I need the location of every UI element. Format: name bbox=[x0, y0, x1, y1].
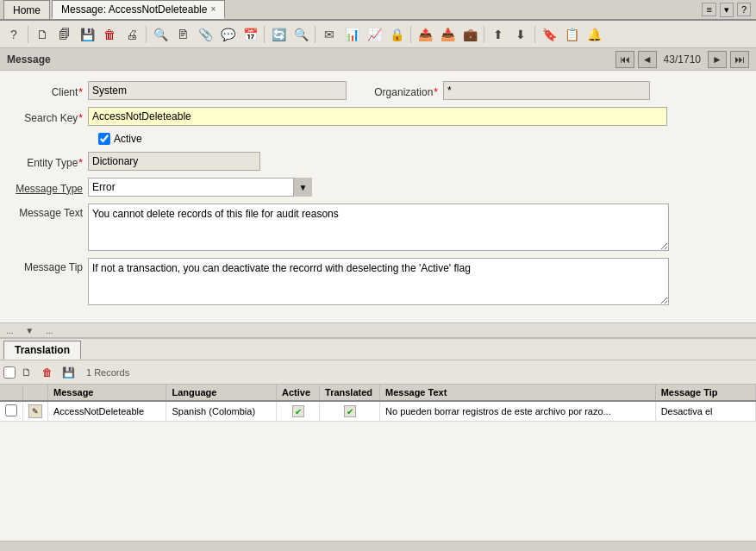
org-group: Organization bbox=[360, 81, 650, 100]
bottom-scrollbar[interactable] bbox=[0, 541, 756, 551]
toolbar-sep-2 bbox=[146, 26, 147, 43]
workflow-button[interactable]: 💼 bbox=[459, 24, 480, 45]
tab-menu-button[interactable]: ≡ bbox=[702, 3, 715, 16]
search-key-group: Search Key bbox=[14, 107, 667, 126]
splitter-mid-btn[interactable]: ▼ bbox=[22, 326, 36, 335]
main-container: Message ⏮ ◄ 43/1710 ► ⏭ Client Organizat… bbox=[0, 48, 756, 551]
search-key-input[interactable] bbox=[88, 107, 667, 126]
col-active-header[interactable]: Active bbox=[277, 385, 320, 401]
tab-controls: ≡ ▾ ? bbox=[702, 0, 756, 19]
message-text-row: Message Text You cannot delete records o… bbox=[14, 203, 742, 251]
search-key-row: Search Key bbox=[14, 107, 742, 126]
search-key-label: Search Key bbox=[14, 110, 83, 124]
grid-body: ✎ AccessNotDeleteable Spanish (Colombia)… bbox=[0, 401, 756, 422]
grid-delete-btn[interactable]: 🗑 bbox=[38, 364, 57, 381]
request-button[interactable]: ✉ bbox=[319, 24, 340, 45]
client-org-row: Client Organization bbox=[14, 81, 742, 100]
client-label: Client bbox=[14, 84, 83, 98]
col-msgtip-header[interactable]: Message Tip bbox=[655, 385, 755, 401]
message-type-label[interactable]: Message Type bbox=[14, 180, 83, 195]
tab-help-button[interactable]: ? bbox=[737, 3, 751, 16]
grid-header: Message Language Active Translated Messa… bbox=[0, 385, 756, 401]
entity-type-input[interactable] bbox=[88, 152, 260, 171]
grid-container: Message Language Active Translated Messa… bbox=[0, 385, 756, 422]
zoom-button[interactable]: 🔍 bbox=[291, 24, 311, 45]
grid-new-btn[interactable]: 🗋 bbox=[17, 364, 36, 381]
toolbar-sep-5 bbox=[410, 26, 411, 43]
grid-save-btn[interactable]: 💾 bbox=[59, 364, 78, 381]
message-type-row: Message Type Error Warning Info ▼ bbox=[14, 178, 742, 197]
import-button[interactable]: 📥 bbox=[437, 24, 458, 45]
new-button[interactable]: 🗋 bbox=[32, 24, 53, 45]
message-text-label: Message Text bbox=[14, 203, 83, 219]
splitter-left-btn[interactable]: ... bbox=[3, 326, 16, 335]
tab-home[interactable]: Home bbox=[3, 0, 50, 19]
doc-button[interactable]: 🖹 bbox=[172, 24, 193, 45]
col-msgtext-header[interactable]: Message Text bbox=[380, 385, 656, 401]
message-tip-input[interactable]: If not a transaction, you can deactivate… bbox=[88, 258, 669, 305]
active-label: Active bbox=[114, 133, 142, 145]
tab-home-label: Home bbox=[13, 4, 41, 16]
attach-button[interactable]: 📎 bbox=[195, 24, 216, 45]
calendar-button[interactable]: 📅 bbox=[240, 24, 260, 45]
translation-panel: Translation 🗋 🗑 💾 1 Records Message Lang… bbox=[0, 338, 756, 541]
tab-translation[interactable]: Translation bbox=[3, 341, 81, 360]
tab-active[interactable]: Message: AccessNotDeleteable × bbox=[52, 0, 225, 19]
splitter-row: ... ▼ ... bbox=[0, 322, 756, 338]
tab-chevron-button[interactable]: ▾ bbox=[720, 3, 734, 17]
refresh-button[interactable]: 🔄 bbox=[268, 24, 289, 45]
message-text-input[interactable]: You cannot delete records of this file f… bbox=[88, 203, 669, 251]
print-button[interactable]: 🖨 bbox=[122, 24, 142, 45]
graph-button[interactable]: 📈 bbox=[364, 24, 384, 45]
tab-active-label: Message: AccessNotDeleteable bbox=[61, 3, 207, 16]
task-button[interactable]: 📋 bbox=[561, 24, 582, 45]
grid-select-all[interactable] bbox=[3, 366, 16, 379]
lock-button[interactable]: 🔒 bbox=[386, 24, 407, 45]
records-count: 1 Records bbox=[86, 367, 129, 378]
message-type-select[interactable]: Error Warning Info bbox=[88, 178, 312, 197]
nav-controls: ⏮ ◄ 43/1710 ► ⏭ bbox=[615, 51, 749, 68]
translated-check-icon: ✔ bbox=[344, 405, 356, 417]
close-icon[interactable]: × bbox=[210, 4, 216, 14]
bookmark-button[interactable]: 🔖 bbox=[539, 24, 559, 45]
col-language-header[interactable]: Language bbox=[166, 385, 277, 401]
nav-up-button[interactable]: ⬆ bbox=[488, 24, 509, 45]
col-check bbox=[0, 385, 23, 401]
find-button[interactable]: 🔍 bbox=[150, 24, 171, 45]
export-button[interactable]: 📤 bbox=[415, 24, 435, 45]
nav-first-button[interactable]: ⏮ bbox=[615, 51, 634, 68]
org-input[interactable] bbox=[443, 81, 650, 100]
row-msgtext-cell[interactable]: No pueden borrar registros de este archi… bbox=[380, 401, 656, 422]
help-button[interactable]: ? bbox=[3, 24, 24, 45]
nav-last-button[interactable]: ⏭ bbox=[730, 51, 749, 68]
col-message-header[interactable]: Message bbox=[48, 385, 166, 401]
message-text-group: Message Text You cannot delete records o… bbox=[14, 203, 669, 251]
copy-button[interactable]: 🗐 bbox=[54, 24, 75, 45]
page-title: Message bbox=[7, 53, 51, 66]
col-translated-header[interactable]: Translated bbox=[320, 385, 380, 401]
entity-type-label: Entity Type bbox=[14, 154, 83, 169]
save-button[interactable]: 💾 bbox=[77, 24, 97, 45]
toolbar-sep-1 bbox=[28, 26, 28, 43]
row-checkbox[interactable] bbox=[5, 404, 17, 416]
nav-prev-button[interactable]: ◄ bbox=[638, 51, 657, 68]
row-check-cell bbox=[0, 401, 23, 422]
chart-button[interactable]: 📊 bbox=[341, 24, 362, 45]
nav-down-button[interactable]: ⬇ bbox=[510, 24, 531, 45]
client-input[interactable] bbox=[88, 81, 347, 100]
nav-next-button[interactable]: ► bbox=[708, 51, 727, 68]
col-icon bbox=[23, 385, 48, 401]
row-msgtip-cell[interactable]: Desactiva el bbox=[655, 401, 755, 422]
row-language-cell[interactable]: Spanish (Colombia) bbox=[166, 401, 277, 422]
row-edit-icon[interactable]: ✎ bbox=[28, 404, 42, 418]
toolbar-sep-6 bbox=[484, 26, 484, 43]
message-tip-label: Message Tip bbox=[14, 258, 83, 273]
row-message-cell[interactable]: AccessNotDeleteable bbox=[48, 401, 166, 422]
splitter-right-btn[interactable]: ... bbox=[43, 326, 55, 335]
active-checkbox[interactable] bbox=[98, 133, 110, 145]
delete-button[interactable]: 🗑 bbox=[99, 24, 120, 45]
note-button[interactable]: 💬 bbox=[217, 24, 238, 45]
tab-translation-label: Translation bbox=[15, 344, 70, 356]
alert-button[interactable]: 🔔 bbox=[584, 24, 604, 45]
client-group: Client bbox=[14, 81, 347, 100]
